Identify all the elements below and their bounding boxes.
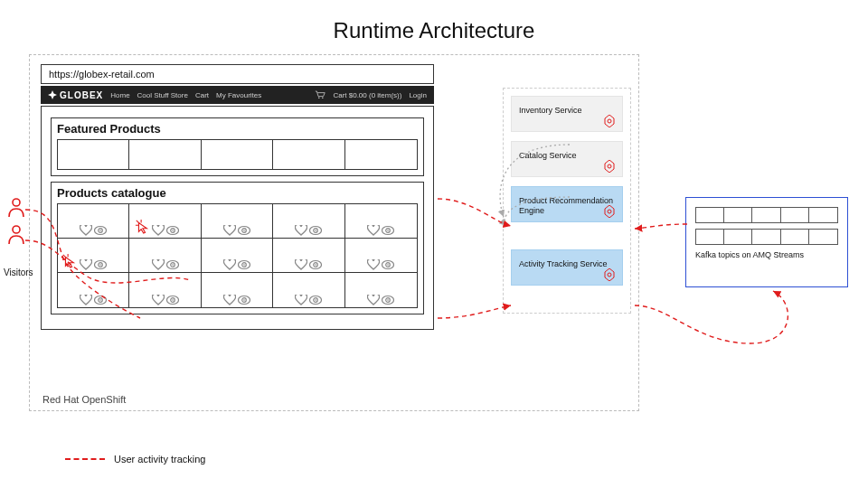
kafka-box: Kafka topics on AMQ Streams [685,197,848,287]
service-recommendation: Product Recommendation Engine [511,186,623,222]
visitors-label: Visitors [4,267,33,277]
featured-section: Featured Products [51,117,424,176]
catalogue-section: Products catalogue [51,182,424,314]
product-cell [345,239,417,273]
services-group: Inventory Service Catalog Service Produc… [503,88,631,314]
product-cell [345,273,417,307]
service-inventory: Inventory Service [511,96,623,132]
product-cell [202,239,273,273]
nav-cart: Cart [195,91,209,99]
openshift-pod-icon [602,268,617,281]
browser-body: Featured Products Products catalogue [41,106,434,330]
nav-cool-stuff: Cool Stuff Store [137,91,188,99]
service-label: Product Recommendation Engine [519,196,613,215]
product-cell [202,273,273,307]
legend-dashed-line [65,458,105,460]
brand-text: GLOBEX [60,90,103,100]
kafka-topic-row [695,229,838,245]
openshift-label: Red Hat OpenShift [42,394,126,405]
nav-favourites: My Favourites [216,91,261,99]
diagram-title: Runtime Architecture [0,18,868,43]
service-label: Activity Tracking Service [519,259,608,268]
catalogue-title: Products catalogue [57,186,418,200]
product-cell [58,239,129,273]
nav-login: Login [409,91,427,99]
product-cell [273,204,344,239]
service-label: Catalog Service [519,151,577,160]
heart-icon [80,225,92,236]
product-cell [273,239,344,273]
product-cell [129,204,201,239]
openshift-pod-icon [602,205,617,218]
featured-products-row [57,139,418,170]
openshift-pod-icon [602,160,617,173]
kafka-label: Kafka topics on AMQ Streams [695,250,838,259]
click-arrow-icon [135,220,149,234]
openshift-pod-icon [602,115,617,127]
product-cell [129,273,201,307]
catalogue-grid [57,203,418,308]
product-cell [58,273,129,307]
brand-logo: GLOBEX [48,90,103,100]
product-cell [345,204,417,239]
product-cell [58,204,129,239]
nav-cart-summary: Cart $0.00 (0 item(s)) [333,91,401,99]
legend: User activity tracking [65,454,205,465]
service-activity-tracking: Activity Tracking Service [511,249,623,286]
visitors-group [7,197,25,246]
nav-home: Home [110,91,129,99]
eye-icon [94,225,107,236]
product-cell [129,239,201,273]
browser-address-bar: https://globex-retail.com [41,64,434,84]
cart-icon [315,89,326,100]
user-icon [7,224,25,246]
product-cell [273,273,344,307]
click-arrow-icon [61,254,76,268]
featured-title: Featured Products [57,122,418,136]
product-cell [202,204,273,239]
service-catalog: Catalog Service [511,141,623,177]
legend-label: User activity tracking [114,454,205,465]
site-navbar: GLOBEX Home Cool Stuff Store Cart My Fav… [41,86,434,104]
service-label: Inventory Service [519,106,582,115]
user-icon [7,197,25,219]
kafka-topic-row [695,207,838,223]
openshift-container: https://globex-retail.com GLOBEX Home Co… [29,54,639,411]
